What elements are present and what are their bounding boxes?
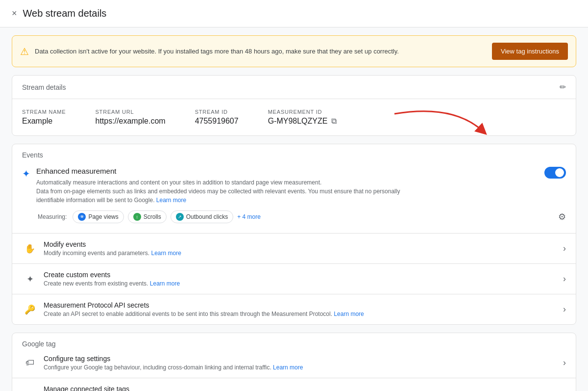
stream-id-value: 4755919607 [195,117,239,126]
configure-tag-settings-row[interactable]: 🏷 Configure tag settings Configure your … [12,348,576,378]
sparkle-icon: ✦ [22,168,30,180]
scrolls-chip-icon: ↕ [133,213,141,221]
configure-tag-desc: Configure your Google tag behaviour, inc… [44,364,563,371]
modify-events-title: Modify events [44,240,563,248]
measurement-protocol-desc: Create an API secret to enable additiona… [44,311,563,317]
configure-tag-chevron: › [563,358,566,368]
close-icon[interactable]: × [12,8,17,19]
enhanced-settings-icon[interactable]: ⚙ [558,212,566,222]
more-chips-label[interactable]: + 4 more [237,213,261,220]
configure-tag-icon: 🏷 [22,355,38,371]
copy-icon[interactable]: ⧉ [331,117,337,126]
enhanced-measurement-toggle[interactable]: ✓ [544,167,566,179]
create-custom-events-title: Create custom events [44,271,563,279]
stream-id-field: STREAM ID 4755919607 [195,109,239,126]
alert-text: Data collection isn't active for your we… [35,48,399,55]
view-tag-instructions-button[interactable]: View tag instructions [492,43,568,60]
google-tag-section-title: Google tag [12,333,576,348]
measuring-label: Measuring: [38,213,67,220]
measurement-id-field: MEASUREMENT ID G-MY98LQZYZE ⧉ [268,109,337,126]
create-custom-events-chevron: › [563,274,566,284]
stream-url-field: STREAM URL https://example.com [95,109,165,126]
page-views-chip-icon: 👁 [78,213,86,221]
google-tag-card: Google tag 🏷 Configure tag settings Conf… [12,333,576,391]
scrolls-chip: ↕ Scrolls [128,210,167,223]
stream-id-label: STREAM ID [195,109,239,115]
manage-connected-tags-chevron: › [563,388,566,391]
manage-connected-tags-title: Manage connected site tags [44,385,527,391]
outbound-clicks-chip-icon: ↗ [176,213,184,221]
modify-events-learn-more[interactable]: Learn more [151,250,181,257]
outbound-clicks-chip-label: Outbound clicks [186,213,228,220]
enhanced-measurement-desc: Automatically measure interactions and c… [36,178,418,205]
configure-tag-title: Configure tag settings [44,355,563,363]
stream-name-label: STREAM NAME [22,109,66,115]
measurement-id-label: MEASUREMENT ID [268,109,337,115]
configure-tag-learn-more[interactable]: Learn more [273,364,303,371]
measurement-protocol-title: Measurement Protocol API secrets [44,301,563,309]
create-custom-events-desc: Create new events from existing events. … [44,280,563,287]
stream-details-card: Stream details ✏ STREAM NAME Example STR… [12,75,576,136]
measurement-protocol-row[interactable]: 🔑 Measurement Protocol API secrets Creat… [12,294,576,324]
measurement-protocol-icon: 🔑 [22,302,38,317]
create-custom-events-row[interactable]: ✦ Create custom events Create new events… [12,264,576,294]
page-title: Web stream details [23,8,107,19]
page-views-chip: 👁 Page views [73,210,123,223]
enhanced-learn-more-link[interactable]: Learn more [156,197,186,204]
stream-name-value: Example [22,117,66,126]
modify-events-icon: ✋ [22,241,38,257]
measurement-id-value: G-MY98LQZYZE [268,117,328,126]
modify-events-desc: Modify incoming events and parameters. L… [44,250,563,257]
warning-icon: ⚠ [20,46,29,57]
measurement-protocol-chevron: › [563,304,566,314]
edit-icon[interactable]: ✏ [560,82,566,92]
stream-url-label: STREAM URL [95,109,165,115]
enhanced-measurement-block: ✦ Enhanced measurement Automatically mea… [12,159,576,234]
enhanced-measurement-title: Enhanced measurement [36,167,418,175]
modify-events-chevron: › [563,243,566,254]
create-custom-events-learn-more[interactable]: Learn more [150,280,180,287]
stream-details-title: Stream details [22,83,66,91]
scrolls-chip-label: Scrolls [144,213,161,220]
events-section-title: Events [12,144,576,159]
measurement-protocol-learn-more[interactable]: Learn more [334,311,364,317]
outbound-clicks-chip: ↗ Outbound clicks [171,210,233,223]
manage-connected-tags-row[interactable]: ↔ Manage connected site tags Load tags f… [12,378,576,391]
modify-events-row[interactable]: ✋ Modify events Modify incoming events a… [12,234,576,264]
events-card: Events ✦ Enhanced measurement Automatica… [12,144,576,325]
alert-banner: ⚠ Data collection isn't active for your … [12,35,576,67]
stream-url-value: https://example.com [95,117,165,126]
stream-name-field: STREAM NAME Example [22,109,66,126]
page-views-chip-label: Page views [88,213,118,220]
manage-connected-tags-icon: ↔ [22,386,38,391]
create-custom-events-icon: ✦ [22,271,38,287]
